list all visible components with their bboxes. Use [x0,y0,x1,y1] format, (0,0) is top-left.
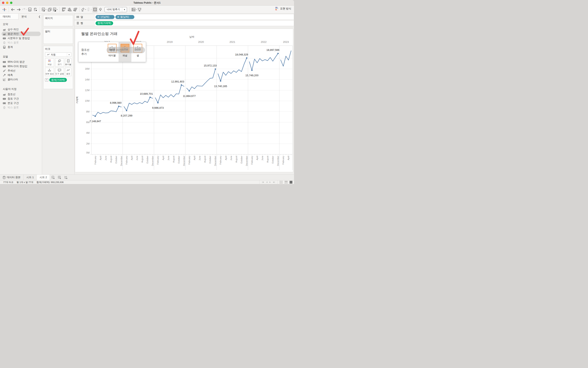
caret-icon: ▾ [26,9,27,10]
caret-icon[interactable]: ▾ [136,9,137,10]
duplicate-sheet-button[interactable] [47,7,52,13]
sheet-tab-2[interactable]: 시트 2 [37,175,50,180]
highlight-button[interactable]: ▾ [81,7,86,13]
mark-button-path[interactable]: 경로 [65,68,72,76]
column-pill-1[interactable]: ⊞월(날짜) [115,15,134,19]
caret-icon[interactable]: ▾ [85,9,86,10]
redo-button[interactable] [16,7,21,13]
new-data-source-button[interactable] [33,7,38,13]
full-view-icon[interactable] [290,181,292,184]
analytics-item-forecast[interactable]: 예측 [0,73,42,77]
mark-type-dropdown[interactable]: 자동 ▼ [45,53,71,57]
analytics-item-constant-line[interactable]: 상수 라인 [0,27,42,32]
svg-text:February: February [251,156,253,165]
svg-text:June: June [167,156,170,161]
rows-shelf[interactable]: 행 합계(거래액) [74,20,294,26]
tab-data[interactable]: 데이터 [0,14,19,20]
undo-button[interactable] [10,7,16,13]
mark-type-label: 자동 [51,53,67,56]
caret-icon[interactable]: ▾ [57,9,57,10]
column-pill-0[interactable]: ⊟년(날짜) [96,15,115,19]
analytics-item-distribution-band[interactable]: 분포 구간 [0,101,42,105]
mark-button-size[interactable]: 크기 [55,58,64,67]
new-dashboard-button[interactable] [56,175,63,180]
mark-button-detail[interactable]: 세부 정보 [45,68,54,76]
first-page-icon[interactable] [262,181,264,183]
analytics-item-label: 95% CI의 중앙값 [8,64,27,68]
data-label-min-2022: 15,749,200 [245,74,258,77]
data-label-max-2018: 10,689,701 [140,92,153,95]
sum-summary: 합계(거래액): 993,235,936 [37,181,64,184]
svg-text:12M: 12M [85,89,90,92]
show-me-button[interactable]: 표현 방식 [275,7,291,10]
mark-button-label[interactable]: T레이블 [65,58,72,67]
analytics-item-ci-average[interactable]: 95% CI의 평균 [0,60,42,64]
save-button[interactable] [27,7,32,13]
tab-analytics[interactable]: 분석 [19,14,37,20]
svg-text:February: February [94,156,97,165]
new-worksheet-tab-button[interactable] [50,175,56,180]
minimize-window-button[interactable] [6,2,9,4]
analytics-item-label: 참조 구간 [8,97,19,101]
swap-rows-columns-button[interactable] [61,7,66,13]
row-pill-0[interactable]: 합계(거래액) [96,21,113,25]
clear-sheet-button[interactable]: ▾ [53,7,58,13]
data-label-min-2019: 9,666,873 [152,106,164,109]
previous-page-icon[interactable] [266,181,267,183]
svg-text:June: June [105,156,107,161]
svg-text:June: June [136,156,138,161]
show-mark-labels-button[interactable]: T [92,7,98,13]
close-window-button[interactable] [2,2,4,4]
presentation-mode-button[interactable] [137,7,142,13]
mark-button-tooltip[interactable]: 도구 설명 [55,68,64,76]
forecast-icon [3,74,6,77]
data-label-min-2017: 7,148,847 [90,120,101,123]
svg-text:August: August [204,156,206,163]
analytics-item-label: 총계 [8,45,13,49]
filters-card[interactable]: 필터 [43,28,73,44]
titlebar: Tableau Public - 문서1 [0,0,294,6]
page-navigation[interactable] [259,180,278,184]
analytics-item-reference-line[interactable]: 참조선 [0,92,42,97]
svg-text:February: February [156,156,159,165]
columns-shelf[interactable]: 열 ⊟년(날짜)⊞월(날짜) [74,14,294,20]
cards-pane: 페이지 필터 마크 자동 ▼ 색상크기T레이블세부 정보도구 설명경로 T 합계… [42,14,74,175]
replay-button: ▾ [22,7,27,13]
data-source-tab[interactable]: 데이터 원본 [0,175,23,180]
analytics-item-totals[interactable]: 총계 [0,45,42,49]
next-page-icon[interactable] [269,181,271,183]
analytics-item-reference-band[interactable]: 참조 구간 [0,97,42,101]
svg-text:0M: 0M [86,151,90,154]
analytics-item-average-line[interactable]: 평균 라인 [0,32,42,36]
fit-view-icon[interactable] [285,181,288,184]
chevron-down-icon[interactable]: ▼ [122,7,127,12]
last-page-icon[interactable] [273,181,275,183]
collapse-pane-icon[interactable]: ❮ [37,14,42,20]
svg-text:April: April [287,156,290,160]
fit-selector[interactable]: 너비 맞추기 ▼ [105,7,127,12]
collapse-icon[interactable]: ⊟ [98,16,99,18]
analytics-item-trend-line[interactable]: 추세선 [0,68,42,73]
sheet-tab-1[interactable]: 시트 1 [24,175,37,180]
zoom-window-button[interactable] [10,2,12,4]
sort-ascending-button[interactable] [67,7,72,13]
show-hide-cards-button[interactable]: ▾ [131,7,137,13]
new-worksheet-button[interactable]: ▾ [41,7,47,13]
marks-card-pill[interactable]: 합계(거래액) [49,78,67,82]
new-story-button[interactable] [63,175,69,180]
svg-text:April: April [162,156,165,160]
sort-descending-button[interactable] [73,7,78,13]
fix-axes-button[interactable] [98,7,103,13]
expand-icon[interactable]: ⊞ [117,16,119,18]
mark-button-color[interactable]: 색상 [45,58,54,67]
pages-card[interactable]: 페이지 [43,15,73,26]
marks-card-title: 마크 [45,47,71,51]
tableau-logo-icon[interactable] [2,7,7,13]
normal-view-icon[interactable] [280,181,283,184]
chevron-down-icon[interactable]: ▼ [67,53,71,57]
year-label-2019: 2019 [167,40,173,44]
analytics-item-ci-median[interactable]: 95% CI의 중앙값 [0,64,42,68]
caret-icon[interactable]: ▾ [46,9,46,10]
analytics-item-quartiles-median[interactable]: 사분위수 및 중앙값 [0,36,42,40]
analytics-item-cluster[interactable]: 클러스터 [0,77,42,82]
